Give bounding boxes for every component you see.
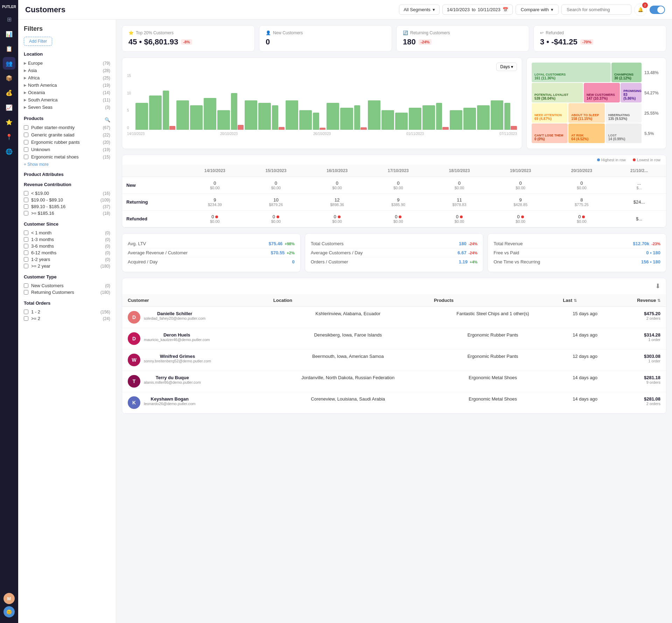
sidebar-icon-revenue[interactable]: 💰 [3,86,15,99]
compare-button[interactable]: Compare with ▾ [516,5,559,15]
customer-email-2: sonny.breitenberg52@demo.putler.com [144,359,211,363]
customer-since-checkbox-0[interactable] [24,231,28,235]
date-to-label: to [472,7,476,12]
sidebar-icon-reports[interactable]: 📋 [3,42,15,55]
customer-row-1[interactable]: D Deron Huels mauricio_kautzer46@demo.pu… [122,328,666,349]
sidebar-icon-location[interactable]: 📍 [3,130,15,143]
seg-value-2-0: 69 (4.87%) [534,117,565,121]
bar-green-19 [395,113,408,130]
bar-green-4 [190,105,203,130]
stats-card-2: Total Revenue $12.70k -23% Free vs Paid … [488,233,666,272]
customer-since-checkbox-4[interactable] [24,257,28,262]
legend-lowest: Lowest in row [631,158,660,162]
customer-row-2[interactable]: W Winifred Grimes sonny.breitenberg52@de… [122,349,666,371]
bar-green-7 [231,93,237,130]
customer-revenue-1: $314.28 1 order [613,328,666,349]
customer-last-0: 15 days ago [557,307,612,328]
location-item-seven-seas[interactable]: ▶ Seven Seas (3) [24,104,110,111]
sidebar-icon-chart[interactable]: 📈 [3,101,15,114]
customer-since-checkbox-5[interactable] [24,264,28,268]
dt-row-label-0: New [122,177,184,194]
total-orders-checkbox-0[interactable] [24,310,28,314]
x-label-3: 01/11/2023 [406,132,424,136]
x-label-4: 07/11/2023 [499,132,517,136]
bar-green-15 [340,108,353,130]
kpi-card-1: 👤 New Customers 0 [259,25,392,52]
location-item-oceania[interactable]: ▶ Oceania (14) [24,89,110,96]
sidebar-avatar-user[interactable]: 😊 [4,606,15,617]
sidebar-icon-orders[interactable]: 📦 [3,72,15,84]
bar-group-15 [340,108,353,130]
show-more-button[interactable]: + Show more [24,162,110,167]
customer-type-checkbox-1[interactable] [24,290,28,295]
location-item-south-america[interactable]: ▶ South America (11) [24,96,110,104]
seg-value-2-2: 135 (9.53%) [608,117,639,121]
bar-group-22 [436,103,449,130]
sidebar-icon-star[interactable]: ⭐ [3,116,15,128]
revenue-checkbox-0[interactable] [24,191,28,196]
segment-dropdown[interactable]: All Segments ▾ [399,5,440,15]
location-item-asia[interactable]: ▶ Asia (28) [24,67,110,74]
customer-row-3[interactable]: T Terry du Buque alanis.miller86@demo.pu… [122,371,666,392]
bar-green-10 [272,105,278,130]
y-label-2: 5 [127,108,131,112]
customer-last-2: 12 days ago [557,349,612,371]
kpi-badge-2: -24% [419,39,432,45]
customer-since-checkbox-3[interactable] [24,250,28,255]
location-item-europe[interactable]: ▶ Europe (79) [24,59,110,67]
date-range-picker[interactable]: 14/10/2023 to 10/11/2023 📅 [442,5,513,15]
theme-toggle[interactable] [650,6,665,14]
kpi-card-2: 🔄 Returning Customers 180 -24% [396,25,529,52]
segment-side-pct-2: 25.55% [644,103,661,123]
revenue-checkbox-3[interactable] [24,211,28,215]
download-button[interactable]: ⬇ [655,282,660,290]
dt-cell-0-4: 0$0.00 [429,177,490,194]
product-checkbox-0[interactable] [24,125,28,130]
sidebar-icon-globe[interactable]: 🌐 [3,145,15,158]
customer-row-0[interactable]: D Danielle Schiller soledad_fahey20@demo… [122,307,666,328]
location-item-africa[interactable]: ▶ Africa (25) [24,74,110,82]
customer-since-checkbox-1[interactable] [24,237,28,242]
segment-cell-1-2: PROMISING 83 (5.86%) [621,83,642,102]
days-dropdown[interactable]: Days ▾ [496,63,517,71]
data-table: 14/10/202315/10/202316/10/202317/10/2023… [122,165,666,227]
sidebar-icon-analytics[interactable]: 📊 [3,28,15,40]
stat-item-0-0: Avg. LTV $75.46 +98% [128,239,295,248]
add-filter-button[interactable]: Add Filter [24,37,52,46]
col-last[interactable]: Last ⇅ [557,294,612,307]
sidebar-avatar-m[interactable]: M [4,593,15,604]
location-item-north-america[interactable]: ▶ North America (19) [24,82,110,89]
sidebar-icon-dashboard[interactable]: ⊞ [3,13,15,26]
product-checkbox-4[interactable] [24,155,28,159]
customer-email-1: mauricio_kautzer46@demo.putler.com [144,338,210,342]
product-checkbox-2[interactable] [24,140,28,144]
stat-value-2-0: $12.70k -23% [633,241,660,246]
customer-table-card: ⬇ Customer Location Products Last ⇅ [122,278,666,414]
y-label-1: 10 [127,91,131,95]
customer-row-4[interactable]: K Keyshawn Bogan leonardo26@demo.putler.… [122,392,666,413]
customer-type-checkbox-0[interactable] [24,283,28,288]
sidebar-icon-customers[interactable]: 👥 [3,57,15,70]
treemap-side-pcts: 13.48%54.27%25.55%5.5% [644,63,661,144]
dot-red-icon [215,215,218,218]
col-revenue[interactable]: Revenue ⇅ [613,294,666,307]
segment-cell-2-0: NEED ATTENTION 69 (4.87%) [532,103,568,123]
product-search-icon[interactable]: 🔍 [105,117,110,122]
revenue-checkbox-2[interactable] [24,204,28,209]
notification-button[interactable]: 🔔 2 [634,3,647,16]
kpi-icon-2: 🔄 [403,30,408,35]
customer-avatar-1: D [128,332,140,345]
seg-value-1-2: 83 (5.86%) [623,93,639,100]
stat-item-1-2: Orders / Customer 1.19 +4% [311,257,478,266]
bar-group-25 [477,105,490,130]
total-orders-checkbox-1[interactable] [24,316,28,321]
customer-since-checkbox-2[interactable] [24,244,28,248]
product-checkbox-1[interactable] [24,133,28,137]
kpi-badge-3: -70% [580,39,594,45]
bar-red-2 [169,126,176,130]
product-checkbox-3[interactable] [24,147,28,152]
y-label-0: 15 [127,74,131,78]
revenue-checkbox-1[interactable] [24,198,28,202]
search-input[interactable] [561,5,631,15]
segment-chart-card: LOYAL CUSTOMERS 161 (11.36%) CHAMPIONS 3… [526,57,666,149]
